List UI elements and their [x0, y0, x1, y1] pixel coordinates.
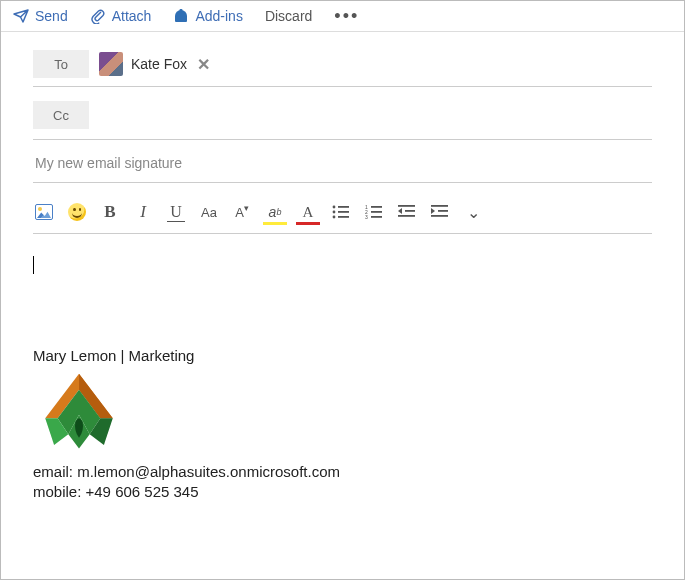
svg-rect-15	[398, 215, 415, 217]
svg-rect-0	[180, 9, 183, 13]
bullet-list-button[interactable]	[330, 201, 352, 223]
svg-rect-17	[438, 210, 448, 212]
more-actions-button[interactable]: •••	[334, 7, 359, 25]
svg-point-3	[333, 211, 336, 214]
insert-image-button[interactable]	[33, 201, 55, 223]
recipient-name: Kate Fox	[131, 56, 187, 72]
to-label: To	[54, 57, 68, 72]
indent-button[interactable]	[429, 201, 451, 223]
compose-toolbar: Send Attach Add-ins Discard •••	[1, 1, 684, 32]
svg-rect-10	[371, 211, 382, 213]
number-list-icon: 1 2 3	[365, 204, 383, 220]
indent-icon	[431, 204, 449, 220]
italic-button[interactable]: I	[132, 201, 154, 223]
ellipsis-icon: •••	[334, 7, 359, 25]
svg-rect-13	[398, 205, 415, 207]
svg-rect-4	[338, 211, 349, 213]
message-body[interactable]	[33, 252, 652, 302]
svg-rect-16	[431, 205, 448, 207]
to-button[interactable]: To	[33, 50, 89, 78]
insert-emoji-button[interactable]	[66, 201, 88, 223]
font-style-button[interactable]: A▾	[231, 201, 253, 223]
svg-rect-2	[338, 206, 349, 208]
send-label: Send	[35, 8, 68, 24]
to-row: To Kate Fox ✕	[33, 50, 652, 87]
signature-name: Mary Lemon | Marketing	[33, 347, 652, 364]
signature-email: email: m.lemon@alphasuites.onmicrosoft.c…	[33, 462, 652, 482]
bold-button[interactable]: B	[99, 201, 121, 223]
signature-mobile: mobile: +49 606 525 345	[33, 482, 652, 502]
smiley-icon	[68, 203, 86, 221]
cc-button[interactable]: Cc	[33, 101, 89, 129]
attach-button[interactable]: Attach	[90, 8, 152, 24]
close-icon: ✕	[197, 56, 210, 73]
subject-row	[33, 154, 652, 183]
image-icon	[35, 204, 53, 220]
addins-label: Add-ins	[195, 8, 242, 24]
send-button[interactable]: Send	[13, 8, 68, 24]
svg-rect-14	[405, 210, 415, 212]
svg-rect-18	[431, 215, 448, 217]
font-color-button[interactable]: A	[297, 201, 319, 223]
text-cursor	[33, 256, 34, 274]
svg-point-1	[333, 206, 336, 209]
discard-button[interactable]: Discard	[265, 8, 312, 24]
addins-icon	[173, 8, 189, 24]
outdent-icon	[398, 204, 416, 220]
discard-label: Discard	[265, 8, 312, 24]
company-logo	[33, 372, 125, 452]
remove-recipient-button[interactable]: ✕	[197, 55, 210, 74]
number-list-button[interactable]: 1 2 3	[363, 201, 385, 223]
recipient-chip[interactable]: Kate Fox ✕	[99, 52, 210, 76]
addins-button[interactable]: Add-ins	[173, 8, 242, 24]
attach-label: Attach	[112, 8, 152, 24]
svg-rect-6	[338, 216, 349, 218]
subject-input[interactable]	[33, 154, 652, 172]
highlight-button[interactable]: ab	[264, 201, 286, 223]
outdent-button[interactable]	[396, 201, 418, 223]
font-size-button[interactable]: Aa	[198, 201, 220, 223]
svg-rect-12	[371, 216, 382, 218]
avatar	[99, 52, 123, 76]
svg-rect-8	[371, 206, 382, 208]
underline-button[interactable]: U	[165, 201, 187, 223]
more-format-button[interactable]: ⌄	[462, 201, 484, 223]
email-signature: Mary Lemon | Marketing email: m.lemon@al…	[33, 347, 652, 503]
paperclip-icon	[90, 8, 106, 24]
svg-text:3: 3	[365, 214, 368, 220]
send-icon	[13, 8, 29, 24]
svg-point-5	[333, 216, 336, 219]
chevron-down-icon: ⌄	[467, 203, 480, 222]
cc-row: Cc	[33, 101, 652, 140]
bullet-list-icon	[332, 204, 350, 220]
format-toolbar: B I U Aa A▾ ab A 1 2 3	[33, 193, 652, 234]
cc-label: Cc	[53, 108, 69, 123]
